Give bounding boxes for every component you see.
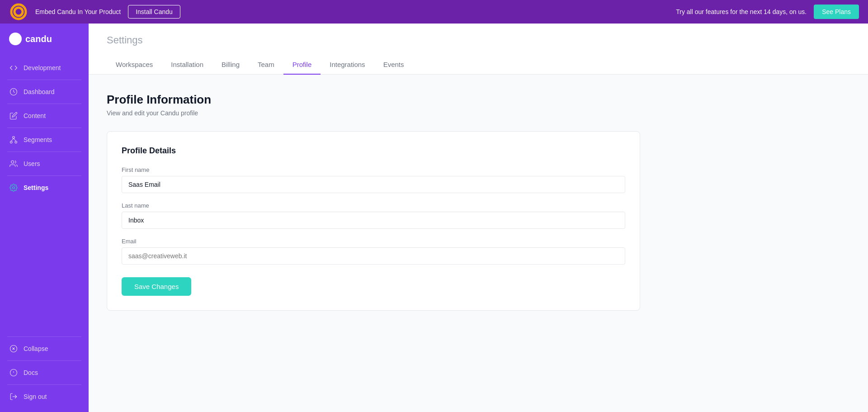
svg-line-9 [14, 138, 16, 141]
sidebar-label-dashboard: Dashboard [24, 88, 55, 95]
sidebar-item-segments[interactable]: Segments [0, 130, 89, 150]
sidebar-item-development[interactable]: Development [0, 58, 89, 78]
profile-card: Profile Details First name Last name Ema… [107, 131, 640, 311]
first-name-label: First name [122, 166, 625, 173]
email-input[interactable] [122, 247, 625, 265]
first-name-input[interactable] [122, 176, 625, 193]
tab-team[interactable]: Team [249, 55, 283, 75]
sidebar-label-content: Content [24, 112, 46, 119]
profile-subheading: View and edit your Candu profile [107, 109, 850, 117]
email-group: Email [122, 238, 625, 265]
sidebar-divider-1 [7, 80, 81, 80]
sidebar-item-dashboard[interactable]: Dashboard [0, 82, 89, 102]
main-content: Profile Information View and edit your C… [89, 75, 868, 412]
sidebar-divider-bottom-1 [7, 336, 81, 337]
sidebar-divider-4 [7, 152, 81, 152]
sidebar-divider-3 [7, 128, 81, 128]
signout-icon [9, 392, 18, 401]
sidebar-header: C candu [0, 24, 89, 54]
sidebar-item-signout[interactable]: Sign out [0, 387, 89, 407]
development-icon [9, 63, 18, 72]
banner-right: Try all our features for the next 14 day… [676, 5, 859, 19]
svg-point-11 [13, 187, 15, 189]
svg-point-7 [15, 141, 17, 143]
sidebar-bottom: Collapse Docs Sign out [0, 331, 89, 412]
last-name-group: Last name [122, 202, 625, 229]
sidebar-label-development: Development [24, 64, 61, 71]
last-name-label: Last name [122, 202, 625, 209]
banner-left: Embed Candu In Your Product Install Cand… [9, 2, 180, 21]
sidebar-item-collapse[interactable]: Collapse [0, 339, 89, 359]
dashboard-icon [9, 87, 18, 96]
banner-trial-text: Try all our features for the next 14 day… [676, 8, 807, 15]
users-icon [9, 159, 18, 168]
svg-line-8 [11, 138, 14, 141]
candu-logo: C candu [9, 33, 52, 45]
settings-header: Settings Workspaces Installation Billing… [89, 24, 868, 75]
tab-billing[interactable]: Billing [212, 55, 249, 75]
main-layout: C candu Development Dashboard [0, 24, 868, 412]
install-candu-button[interactable]: Install Candu [128, 5, 180, 19]
svg-point-10 [11, 161, 14, 163]
sidebar-item-docs[interactable]: Docs [0, 363, 89, 383]
tab-profile[interactable]: Profile [283, 55, 321, 75]
candu-logo-icon: C [9, 33, 22, 45]
email-label: Email [122, 238, 625, 245]
sidebar-label-signout: Sign out [24, 393, 47, 400]
sidebar-divider-bottom-2 [7, 360, 81, 361]
content-area: Settings Workspaces Installation Billing… [89, 24, 868, 412]
tab-workspaces[interactable]: Workspaces [107, 55, 162, 75]
top-banner: Embed Candu In Your Product Install Cand… [0, 0, 868, 24]
sidebar-label-users: Users [24, 160, 40, 167]
save-changes-button[interactable]: Save Changes [122, 277, 191, 296]
content-icon [9, 111, 18, 120]
candu-logo-text: candu [25, 34, 52, 44]
banner-logo-icon [9, 2, 28, 21]
sidebar-divider-bottom-3 [7, 384, 81, 385]
see-plans-button[interactable]: See Plans [814, 5, 859, 19]
first-name-group: First name [122, 166, 625, 193]
sidebar-label-collapse: Collapse [24, 345, 48, 352]
page-title: Settings [107, 34, 850, 46]
sidebar-item-settings[interactable]: Settings [0, 178, 89, 198]
card-title: Profile Details [122, 146, 625, 156]
segments-icon [9, 135, 18, 144]
sidebar-divider-5 [7, 175, 81, 176]
sidebar-nav: Development Dashboard Content [0, 54, 89, 331]
banner-embed-text: Embed Candu In Your Product [35, 8, 121, 15]
sidebar-divider-2 [7, 104, 81, 104]
collapse-icon [9, 344, 18, 353]
sidebar: C candu Development Dashboard [0, 24, 89, 412]
profile-heading: Profile Information [107, 93, 850, 107]
svg-point-1 [14, 8, 23, 16]
svg-text:C: C [14, 37, 17, 42]
docs-icon [9, 368, 18, 377]
svg-point-6 [10, 141, 13, 143]
settings-icon [9, 183, 18, 192]
sidebar-item-users[interactable]: Users [0, 154, 89, 174]
svg-point-5 [13, 137, 15, 139]
sidebar-label-docs: Docs [24, 369, 38, 376]
settings-tabs: Workspaces Installation Billing Team Pro… [107, 55, 850, 74]
tab-integrations[interactable]: Integrations [321, 55, 374, 75]
last-name-input[interactable] [122, 212, 625, 229]
sidebar-label-segments: Segments [24, 136, 52, 143]
tab-events[interactable]: Events [374, 55, 413, 75]
tab-installation[interactable]: Installation [162, 55, 212, 75]
sidebar-label-settings: Settings [24, 184, 48, 191]
sidebar-item-content[interactable]: Content [0, 106, 89, 126]
